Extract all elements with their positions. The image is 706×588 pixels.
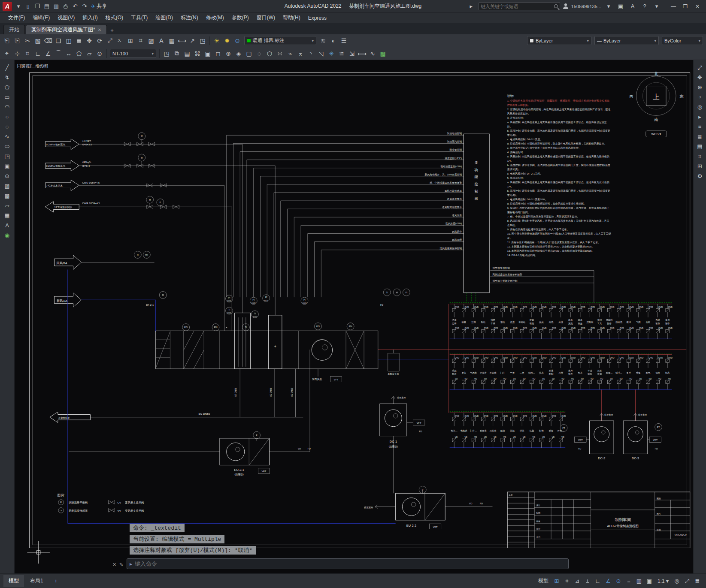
- layer-lock-icon[interactable]: ⊝: [232, 36, 242, 46]
- tool-palette-dropdown[interactable]: NT-100 ▾: [110, 49, 156, 58]
- break-icon[interactable]: ⌁: [285, 48, 295, 59]
- user-caret-icon[interactable]: ▾: [604, 2, 613, 11]
- user-id[interactable]: 1505999135...: [571, 4, 601, 9]
- revcloud-icon[interactable]: ◌: [254, 48, 264, 59]
- menu-item-3[interactable]: 插入(I): [79, 13, 101, 23]
- lineweight-display-icon[interactable]: ≡: [624, 576, 634, 586]
- nav-bar-icon[interactable]: ≡: [695, 122, 705, 132]
- new-tab-button[interactable]: +: [108, 26, 116, 34]
- infer-constraints-icon[interactable]: ⊿: [572, 576, 582, 586]
- save-icon[interactable]: ▤: [42, 2, 52, 11]
- edit-polyline-icon[interactable]: ∿: [367, 48, 378, 59]
- table-icon[interactable]: ▦: [167, 36, 177, 46]
- chamfer-icon[interactable]: ◹: [316, 48, 326, 59]
- align-icon[interactable]: ≌: [336, 48, 347, 59]
- layer-isolate-icon[interactable]: ☰: [339, 36, 349, 46]
- command-input[interactable]: [135, 561, 566, 567]
- arc-icon[interactable]: ◠: [2, 102, 12, 112]
- selection-cycling-icon[interactable]: ▣: [644, 576, 654, 586]
- minimize-icon[interactable]: —: [667, 2, 679, 11]
- polar-icon[interactable]: ∠: [43, 48, 53, 59]
- object-snap-icon[interactable]: ⊹: [12, 48, 22, 59]
- trim-icon[interactable]: ✁: [115, 36, 125, 46]
- command-customize-icon[interactable]: ✎: [119, 562, 123, 567]
- fullscreen-icon[interactable]: ⤢: [695, 63, 705, 72]
- search-input[interactable]: [481, 4, 553, 9]
- menu-item-6[interactable]: 绘图(D): [152, 13, 177, 23]
- edit-hatch-icon[interactable]: ▩: [378, 48, 388, 59]
- point-tool-icon[interactable]: ⊙: [94, 48, 105, 59]
- tab-start[interactable]: 开始: [3, 25, 25, 34]
- divide-icon[interactable]: ∺: [275, 48, 285, 59]
- spline-icon[interactable]: ∿: [2, 132, 12, 142]
- menu-item-8[interactable]: 修改(M): [202, 13, 228, 23]
- clean-screen-icon[interactable]: ⤢: [682, 576, 692, 586]
- ellipse-icon[interactable]: ⬭: [2, 142, 12, 151]
- space-indicator[interactable]: 模型: [536, 577, 551, 585]
- polygon-icon[interactable]: ⬠: [2, 82, 12, 92]
- boundary-icon[interactable]: ⬡: [264, 48, 275, 59]
- scale-icon[interactable]: ⤢: [105, 36, 115, 46]
- tab-document[interactable]: 某制剂车间空调通风施工图* ✕: [26, 25, 107, 34]
- menu-item-2[interactable]: 视图(V): [54, 13, 79, 23]
- offset-icon[interactable]: ≣: [74, 36, 84, 46]
- view-cube[interactable]: 上 北 南 西 东: [629, 72, 684, 122]
- field-icon[interactable]: ⌘: [192, 48, 203, 59]
- array-icon[interactable]: ⊞: [125, 36, 136, 46]
- menu-item-0[interactable]: 文件(F): [4, 13, 29, 23]
- object-color-dropdown[interactable]: ByLayer ▾: [527, 36, 591, 45]
- group-icon[interactable]: ▣: [203, 48, 213, 59]
- wcs-badge[interactable]: WCS ▾: [646, 131, 667, 137]
- model-space-canvas[interactable]: [-][俯视][二维线框] 上 北 南 西 东: [15, 60, 693, 573]
- undo-icon[interactable]: ↶: [70, 2, 80, 11]
- command-input-bar[interactable]: ▸: [127, 558, 569, 569]
- add-layout-button[interactable]: +: [49, 576, 63, 586]
- command-close-icon[interactable]: ✕: [112, 562, 116, 567]
- annotation-scale[interactable]: 1:1 ▾: [655, 578, 671, 584]
- search-icon[interactable]: [554, 4, 558, 8]
- layers-panel-icon[interactable]: ≣: [695, 132, 705, 142]
- match-properties-icon[interactable]: ▧: [33, 36, 43, 46]
- customize-icon[interactable]: ≣: [692, 576, 703, 586]
- layer-dropdown[interactable]: 暖通-排风-标注 ▾: [244, 36, 316, 45]
- close-icon[interactable]: ✕: [691, 2, 703, 11]
- model-tab[interactable]: 模型: [3, 575, 24, 587]
- dimension-icon[interactable]: ⟷: [177, 36, 187, 46]
- leader-icon[interactable]: ↗: [187, 36, 197, 46]
- stretch-icon[interactable]: ⇲: [347, 48, 357, 59]
- object-snap-icon[interactable]: ⊙: [613, 576, 624, 586]
- area-tool-icon[interactable]: ⬠: [74, 48, 84, 59]
- table-icon[interactable]: ▦: [2, 211, 12, 220]
- mirror-icon[interactable]: ◫: [64, 36, 74, 46]
- rectangle-icon[interactable]: ▭: [2, 92, 12, 102]
- lineweight-dropdown[interactable]: ByColor ▾: [662, 36, 703, 45]
- viewport-controls[interactable]: [-][俯视][二维线框]: [17, 63, 48, 69]
- join-icon[interactable]: ⌅: [295, 48, 306, 59]
- move-icon[interactable]: ✥: [84, 36, 94, 46]
- settings-icon[interactable]: ⚙: [695, 171, 705, 181]
- menu-item-1[interactable]: 编辑(E): [29, 13, 54, 23]
- cut-icon[interactable]: ✂: [22, 36, 33, 46]
- isolate-objects-icon[interactable]: ◎: [672, 576, 682, 586]
- layer-properties-icon[interactable]: ≋: [318, 36, 328, 46]
- layer-on-bulb-icon[interactable]: ☀: [212, 36, 222, 46]
- distance-icon[interactable]: ↔: [64, 48, 74, 59]
- ortho-icon[interactable]: ∟: [33, 48, 43, 59]
- attribute-icon[interactable]: ◈: [233, 48, 244, 59]
- menu-item-11[interactable]: 帮助(H): [279, 13, 304, 23]
- menu-item-7[interactable]: 标注(N): [177, 13, 202, 23]
- make-block-icon[interactable]: ▣: [2, 161, 12, 171]
- gradient-icon[interactable]: ▩: [2, 191, 12, 201]
- base-point-icon[interactable]: ⊕: [223, 48, 233, 59]
- user-avatar-icon[interactable]: [563, 3, 569, 9]
- menu-item-4[interactable]: 格式(O): [102, 13, 127, 23]
- properties-panel-icon[interactable]: ▤: [695, 142, 705, 151]
- block-icon[interactable]: ◳: [197, 36, 208, 46]
- arc-tool-icon[interactable]: ⌒: [53, 48, 64, 59]
- circle-icon[interactable]: ○: [2, 112, 12, 122]
- copy-clip-icon[interactable]: ⎘: [12, 36, 22, 46]
- text-tool-icon[interactable]: A: [156, 36, 167, 46]
- snap-mode-icon[interactable]: ⌗: [562, 576, 572, 586]
- fillet-icon[interactable]: ◝: [306, 48, 316, 59]
- maximize-icon[interactable]: ❒: [679, 2, 691, 11]
